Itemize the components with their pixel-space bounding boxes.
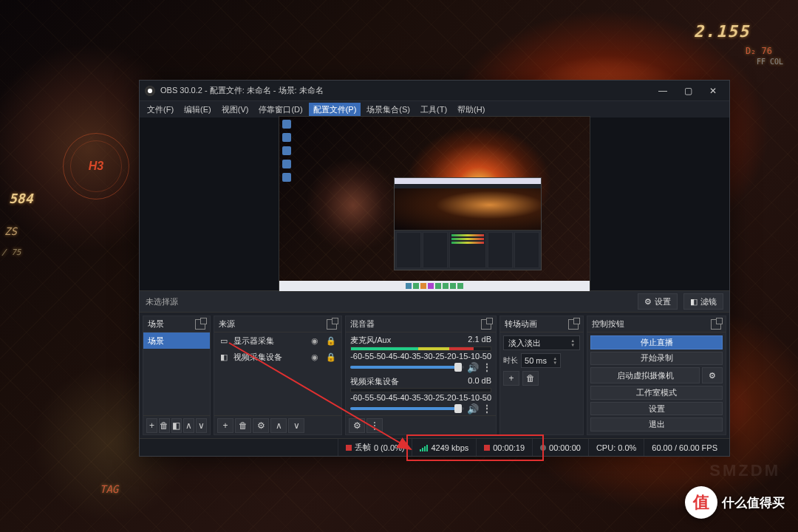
move-up-button[interactable]: ∧ xyxy=(270,418,287,433)
source-item[interactable]: ◧ 视频采集设备 ◉ 🔒 xyxy=(214,349,341,365)
controls-dock: 控制按钮 停止直播 开始录制 启动虚拟摄像机 ⚙ 工作室模式 设置 退出 xyxy=(587,316,726,435)
minimize-button[interactable]: ― xyxy=(651,83,675,99)
start-recording-button[interactable]: 开始录制 xyxy=(590,352,723,366)
speaker-icon[interactable]: 🔊 xyxy=(467,403,479,415)
display-icon: ▭ xyxy=(219,336,229,346)
transitions-dock: 转场动画 淡入淡出▲▼ 时长 50 ms▲▼ + 🗑 xyxy=(499,316,584,435)
obs-window: OBS 30.0.2 - 配置文件: 未命名 - 场景: 未命名 ― ▢ ✕ 文… xyxy=(139,80,730,457)
gear-icon: ⚙ xyxy=(644,297,652,307)
taskbar-preview xyxy=(279,281,590,291)
add-scene-button[interactable]: + xyxy=(146,418,157,433)
status-bar: 丢帧 0 (0.0%) 4249 kbps 00:00:19 00:00:00 … xyxy=(140,438,729,456)
menu-scene-collection[interactable]: 场景集合(S) xyxy=(362,103,415,117)
live-indicator-icon xyxy=(484,445,490,451)
watermark: 值 什么值得买 xyxy=(685,486,785,519)
maximize-button[interactable]: ▢ xyxy=(676,83,700,99)
menu-file[interactable]: 文件(F) xyxy=(143,103,178,117)
dock-title: 场景 xyxy=(148,318,164,330)
fps: 60.00 / 60.00 FPS xyxy=(644,439,725,456)
volume-slider[interactable] xyxy=(350,407,464,410)
properties-button[interactable]: ⚙设置 xyxy=(638,293,678,310)
scene-filter-button[interactable]: ◧ xyxy=(171,418,183,433)
popout-icon[interactable] xyxy=(327,319,337,330)
popout-icon[interactable] xyxy=(711,319,721,330)
add-transition-button[interactable]: + xyxy=(503,371,519,386)
source-name: 显示器采集 xyxy=(233,335,304,347)
lock-icon[interactable]: 🔒 xyxy=(325,336,337,346)
move-down-button[interactable]: ∨ xyxy=(196,418,207,433)
mixer-channel: 麦克风/Aux2.1 dB -60-55-50-45-40-35-30-25-2… xyxy=(346,332,496,374)
popout-icon[interactable] xyxy=(568,319,579,330)
hud-label: FF COL xyxy=(757,58,783,66)
nested-obs-preview xyxy=(394,177,542,270)
source-toolbar: 未选择源 ⚙设置 ◧滤镜 xyxy=(140,290,729,313)
signal-icon xyxy=(420,444,428,451)
dropped-frames: 丢帧 0 (0.0%) xyxy=(338,439,412,456)
spinner-icon: ▲▼ xyxy=(570,338,575,347)
move-up-button[interactable]: ∧ xyxy=(183,418,194,433)
mixer-menu-button[interactable]: ⋮ xyxy=(366,418,383,433)
source-name: 视频采集设备 xyxy=(233,352,304,363)
titlebar[interactable]: OBS 30.0.2 - 配置文件: 未命名 - 场景: 未命名 ― ▢ ✕ xyxy=(140,81,729,101)
speaker-icon[interactable]: 🔊 xyxy=(467,362,479,373)
watermark-text: 什么值得买 xyxy=(722,494,785,511)
lock-icon[interactable]: 🔒 xyxy=(325,352,337,362)
mixer-dock: 混音器 麦克风/Aux2.1 dB -60-55-50-45-40-35-30-… xyxy=(345,316,497,435)
filters-button[interactable]: ◧滤镜 xyxy=(683,293,723,310)
menu-view[interactable]: 视图(V) xyxy=(217,103,253,117)
channel-name: 视频采集设备 xyxy=(350,376,399,387)
stream-indicator-icon xyxy=(346,445,352,451)
sources-dock: 来源 ▭ 显示器采集 ◉ 🔒 ◧ 视频采集设备 ◉ 🔒 + 🗑 ⚙ xyxy=(214,316,342,435)
hud-number: 584 xyxy=(9,191,33,206)
menu-tools[interactable]: 工具(T) xyxy=(416,103,451,117)
stop-streaming-button[interactable]: 停止直播 xyxy=(590,335,723,349)
preview-area[interactable] xyxy=(140,117,729,290)
channel-menu-icon[interactable]: ⋮ xyxy=(482,361,491,373)
hud-label: / 75 xyxy=(1,248,21,257)
exit-button[interactable]: 退出 xyxy=(590,417,723,432)
menu-profile[interactable]: 配置文件(P) xyxy=(309,103,361,117)
remove-source-button[interactable]: 🗑 xyxy=(235,418,251,433)
menu-dock[interactable]: 停靠窗口(D) xyxy=(254,103,307,117)
dock-title: 混音器 xyxy=(350,318,375,330)
stream-time: 00:00:19 xyxy=(476,439,532,456)
cpu-usage: CPU: 0.0% xyxy=(588,439,644,456)
duration-input[interactable]: 50 ms▲▼ xyxy=(521,353,561,368)
popout-icon[interactable] xyxy=(481,319,491,330)
volume-slider[interactable] xyxy=(350,366,464,369)
source-settings-button[interactable]: ⚙ xyxy=(253,418,269,433)
channel-db: 0.0 dB xyxy=(468,376,491,387)
source-item[interactable]: ▭ 显示器采集 ◉ 🔒 xyxy=(214,332,341,349)
channel-menu-icon[interactable]: ⋮ xyxy=(482,403,491,415)
studio-mode-button[interactable]: 工作室模式 xyxy=(590,386,723,400)
scene-item[interactable]: 场景 xyxy=(143,332,210,349)
record-time: 00:00:00 xyxy=(532,439,588,456)
dock-title: 转场动画 xyxy=(505,318,537,330)
transition-select[interactable]: 淡入淡出▲▼ xyxy=(503,335,580,350)
audio-meter xyxy=(350,347,491,351)
move-down-button[interactable]: ∨ xyxy=(288,418,304,433)
settings-button[interactable]: 设置 xyxy=(590,402,723,416)
visibility-icon[interactable]: ◉ xyxy=(309,336,321,346)
remove-scene-button[interactable]: 🗑 xyxy=(159,418,170,433)
menu-help[interactable]: 帮助(H) xyxy=(453,103,489,117)
channel-db: 2.1 dB xyxy=(468,335,491,346)
add-source-button[interactable]: + xyxy=(217,418,233,433)
virtual-camera-button[interactable]: 启动虚拟摄像机 xyxy=(590,367,700,383)
mixer-channel: 视频采集设备0.0 dB -60-55-50-45-40-35-30-25-20… xyxy=(346,374,496,415)
visibility-icon[interactable]: ◉ xyxy=(309,352,321,362)
watermark-faint: SMZDM xyxy=(709,461,780,480)
remove-transition-button[interactable]: 🗑 xyxy=(522,371,539,386)
virtual-camera-settings-button[interactable]: ⚙ xyxy=(702,367,723,383)
docks-row: 场景 场景 + 🗑 ◧ ∧ ∨ 来源 ▭ 显示器采集 ◉ 🔒 xyxy=(140,313,729,438)
window-title: OBS 30.0.2 - 配置文件: 未命名 - 场景: 未命名 xyxy=(160,85,651,96)
menubar: 文件(F) 编辑(E) 视图(V) 停靠窗口(D) 配置文件(P) 场景集合(S… xyxy=(140,101,729,117)
menu-edit[interactable]: 编辑(E) xyxy=(180,103,216,117)
camera-icon: ◧ xyxy=(219,352,229,362)
preview-canvas[interactable] xyxy=(279,117,590,291)
spinner-icon: ▲▼ xyxy=(553,356,557,365)
popout-icon[interactable] xyxy=(195,319,205,330)
close-button[interactable]: ✕ xyxy=(701,83,725,99)
mixer-settings-button[interactable]: ⚙ xyxy=(349,418,365,433)
hud-label: ZS xyxy=(4,225,17,237)
